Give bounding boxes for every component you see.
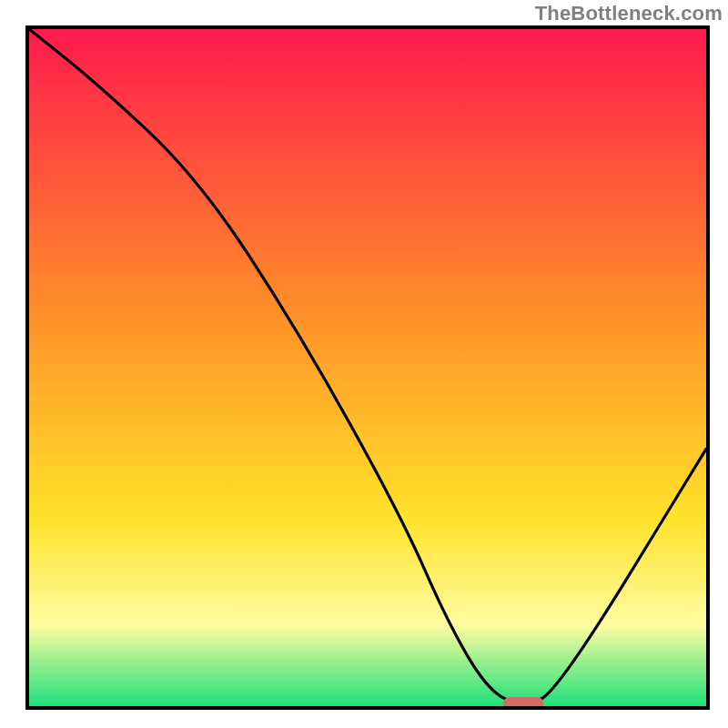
gradient-background: [29, 29, 706, 706]
plot-svg: [29, 29, 706, 706]
chart-container: TheBottleneck.com: [0, 0, 728, 728]
optimal-marker: [503, 697, 544, 706]
watermark-text: TheBottleneck.com: [535, 2, 723, 25]
plot-frame: [25, 25, 710, 710]
